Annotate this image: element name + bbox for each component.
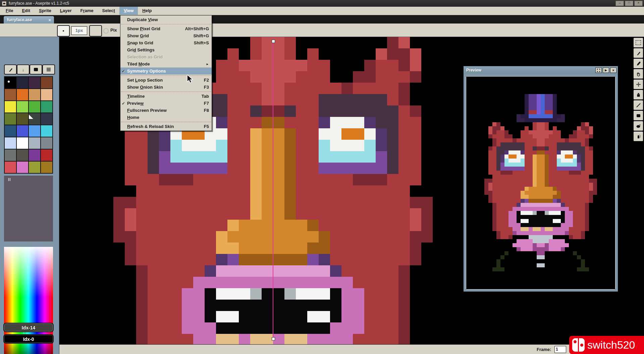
menu-item-shortcut: F7	[204, 101, 209, 106]
tool-eyedropper[interactable]	[633, 58, 643, 69]
line-icon	[636, 103, 641, 108]
menubar-item-sprite[interactable]: Sprite	[35, 7, 56, 15]
brush-size-field[interactable]: 1px	[71, 26, 87, 35]
palette-swatch[interactable]	[29, 125, 40, 137]
menubar-item-file[interactable]: File	[1, 7, 17, 15]
menubar-item-help[interactable]: Help	[138, 7, 156, 15]
menu-item-show-pixel-grid[interactable]: Show Pixel GridAlt+Shift+G	[120, 25, 212, 32]
menu-item-grid-settings[interactable]: Grid Settings	[120, 46, 212, 53]
menu-item-show-onion-skin[interactable]: Show Onion SkinF3	[120, 84, 212, 91]
palette-swatch[interactable]	[29, 89, 40, 100]
menu-item-preview[interactable]: ✓PreviewF7	[120, 100, 212, 107]
preview-viewport[interactable]	[466, 76, 615, 290]
window-maximize-button[interactable]: □	[625, 1, 633, 6]
palette-swatch[interactable]	[5, 113, 16, 125]
palette-swatch[interactable]	[17, 113, 28, 125]
palette-swatch[interactable]	[17, 77, 28, 88]
tool-rectangular-marquee[interactable]	[633, 38, 643, 48]
palette-swatch[interactable]	[29, 113, 40, 125]
foreground-color-button[interactable]: Idx-14	[3, 323, 54, 332]
palette-resize-handle[interactable]: II	[8, 177, 11, 182]
palette-swatch[interactable]	[41, 89, 52, 100]
palette-swatch[interactable]	[41, 137, 52, 149]
palette-swatch[interactable]	[5, 125, 16, 137]
spray-icon	[636, 134, 641, 139]
tool-paint-bucket[interactable]	[633, 90, 643, 100]
palette-swatch[interactable]	[17, 101, 28, 113]
preview-window[interactable]: Preview ▶×	[463, 66, 618, 292]
palette-swatch[interactable]	[17, 149, 28, 161]
tool-rectangle[interactable]	[633, 110, 643, 121]
palette-swatch[interactable]	[41, 113, 52, 125]
tool-line[interactable]	[633, 100, 643, 110]
menu-item-label: Fullscreen Preview	[127, 108, 167, 113]
palette-swatch[interactable]	[5, 162, 16, 173]
preview-center-button[interactable]	[595, 68, 602, 73]
square-swatch-icon	[34, 68, 38, 71]
palette-swatch[interactable]	[29, 149, 40, 161]
palette-swatch[interactable]	[17, 162, 28, 173]
menu-item-timeline[interactable]: TimelineTab	[120, 93, 212, 100]
menu-item-refresh-reload-skin[interactable]: Refresh & Reload SkinF5	[120, 123, 212, 130]
palette-swatch[interactable]	[29, 101, 40, 113]
tool-pencil[interactable]	[633, 48, 643, 58]
menu-item-label: Refresh & Reload Skin	[127, 124, 174, 129]
palette-swatch[interactable]	[29, 137, 40, 149]
menubar-item-select[interactable]: Select	[98, 7, 119, 15]
palette-swatch[interactable]	[5, 149, 16, 161]
menu-item-duplicate-view[interactable]: Duplicate View	[120, 16, 212, 23]
pencil-icon	[636, 51, 641, 56]
palette-swatch[interactable]	[5, 89, 16, 100]
palette-presets-button[interactable]	[30, 64, 42, 75]
palette-swatch[interactable]	[41, 77, 52, 88]
menubar-item-edit[interactable]: Edit	[17, 7, 35, 15]
preview-close-button[interactable]: ×	[610, 68, 616, 73]
edit-palette-button[interactable]	[4, 64, 17, 75]
menu-item-tiled-mode[interactable]: Tiled Mode►	[120, 60, 212, 68]
brush-dot-icon	[63, 30, 64, 32]
preview-title-bar[interactable]: Preview ▶×	[464, 66, 618, 74]
menu-item-fullscreen-preview[interactable]: Fullscreen PreviewF8	[120, 107, 212, 114]
tool-spray[interactable]	[633, 131, 643, 141]
menu-item-show-grid[interactable]: Show GridShift+G	[120, 32, 212, 39]
preview-play-button[interactable]: ▶	[603, 68, 609, 73]
palette-swatch[interactable]	[17, 125, 28, 137]
menu-item-snap-to-grid[interactable]: Snap to GridShift+S	[120, 39, 212, 46]
brush-preview-button[interactable]	[57, 25, 70, 37]
tool-move[interactable]	[633, 79, 643, 89]
menu-item-set-loop-section[interactable]: Set Loop SectionF2	[120, 77, 212, 84]
menubar-item-layer[interactable]: Layer	[56, 7, 76, 15]
symmetry-handle-top[interactable]	[272, 40, 275, 43]
tab-close-icon[interactable]: ×	[48, 17, 51, 23]
pixel-perfect-checkbox[interactable]	[103, 28, 109, 34]
frame-number-field[interactable]: 1	[554, 346, 566, 353]
palette-swatch[interactable]	[29, 162, 40, 173]
tool-contour[interactable]	[633, 121, 643, 131]
document-tab[interactable]: furryface.ase ×	[3, 16, 54, 24]
palette-swatch[interactable]	[17, 137, 28, 149]
menubar-item-frame[interactable]: Frame	[76, 7, 98, 15]
palette-options-button[interactable]	[42, 64, 55, 75]
window-minimize-button[interactable]: –	[615, 1, 624, 6]
sort-colors-button[interactable]: ↓	[17, 64, 30, 75]
preview-window-buttons: ▶×	[595, 68, 616, 73]
palette-swatch[interactable]	[17, 89, 28, 100]
menu-item-selection-as-grid[interactable]: Selection as Grid	[120, 53, 212, 60]
menu-item-symmetry-options[interactable]: ✓Symmetry Options	[120, 68, 212, 75]
palette-swatch[interactable]	[5, 77, 16, 88]
palette-swatch[interactable]	[5, 101, 16, 113]
menubar-item-view[interactable]: View	[119, 7, 138, 15]
ink-type-button[interactable]	[89, 25, 102, 37]
window-close-button[interactable]: ×	[634, 1, 643, 6]
background-color-button[interactable]: Idx-0	[3, 334, 54, 344]
palette-swatch[interactable]	[41, 101, 52, 113]
palette-swatch[interactable]	[41, 125, 52, 137]
mouse-cursor-icon	[186, 75, 195, 83]
palette-swatch[interactable]	[41, 162, 52, 173]
palette-swatch[interactable]	[5, 137, 16, 149]
palette-swatch[interactable]	[41, 149, 52, 161]
symmetry-handle-bottom[interactable]	[272, 337, 275, 341]
tool-hand[interactable]	[633, 69, 643, 79]
menu-item-home[interactable]: Home	[120, 114, 212, 121]
palette-swatch[interactable]	[29, 77, 40, 88]
